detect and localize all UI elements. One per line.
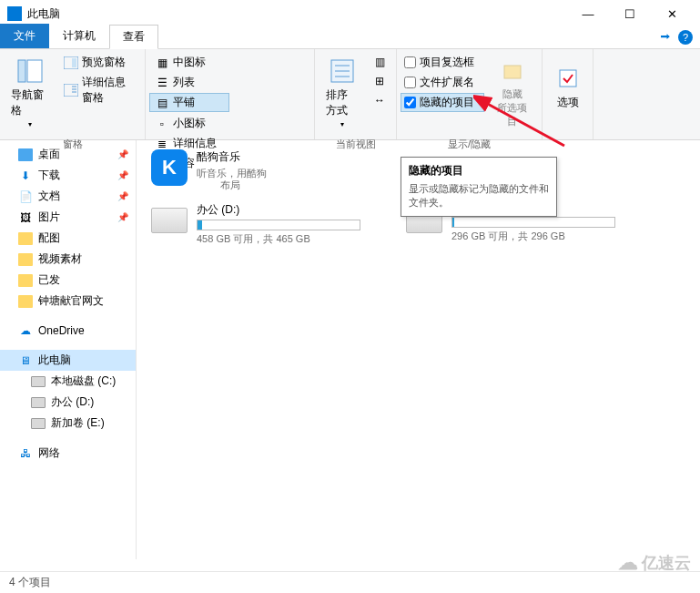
nav-pane-label: 导航窗格 [11,87,49,118]
window-title: 此电脑 [27,6,567,22]
hide-selected-button[interactable]: 隐藏 所选项目 [486,53,538,132]
tooltip-hidden-items: 隐藏的项目 显示或隐藏标记为隐藏的文件和文件夹。 [401,157,557,217]
svg-rect-13 [560,70,576,87]
file-ext-checkbox[interactable] [404,77,416,88]
item-checkboxes-checkbox[interactable] [404,56,416,68]
svg-rect-4 [64,84,78,97]
svg-rect-12 [504,66,521,78]
svg-rect-3 [72,58,76,67]
layout-tiles[interactable]: ▤平铺 [149,93,229,112]
sidebar-item-onedrive[interactable]: ☁OneDrive [0,321,136,341]
sidebar-item-drive-d[interactable]: 办公 (D:) [0,392,136,413]
cloud-icon: ☁ [618,551,638,575]
main-area: 桌面📌 ⬇下载📌 📄文档📌 🖼图片📌 配图 视频素材 已发 钟塘献官网文 ☁On… [0,140,700,559]
tab-computer[interactable]: 计算机 [49,24,109,48]
capacity-bar [197,220,360,230]
watermark: ☁ 亿速云 [618,551,691,575]
drive-icon [151,208,188,233]
this-pc-icon [7,6,22,21]
svg-rect-0 [18,60,25,82]
help-icon[interactable]: ? [678,30,693,45]
layout-medium-icons[interactable]: ▦中图标 [149,53,229,72]
tooltip-body: 显示或隐藏标记为隐藏的文件和文件夹。 [409,182,549,210]
file-ext-toggle[interactable]: 文件扩展名 [401,73,484,92]
sidebar-item-network[interactable]: 🖧网络 [0,443,136,464]
svg-rect-1 [27,60,42,82]
status-bar: 4 个项目 [0,571,700,593]
tile-kugou[interactable]: K 酷狗音乐 听音乐，用酷狗 [151,149,370,186]
status-item-count: 4 个项目 [9,575,51,590]
size-columns-button[interactable]: ↔ [367,91,392,109]
capacity-bar [451,217,615,228]
nav-pane-button[interactable]: 导航窗格 ▾ [4,53,56,132]
preview-pane-label: 预览窗格 [82,55,126,70]
hidden-items-toggle[interactable]: 隐藏的项目 [401,93,484,112]
ribbon-tabs: 文件 计算机 查看 ⮕ ? [0,27,700,49]
pin-icon: 📌 [117,149,128,159]
sidebar-item-this-pc[interactable]: 🖥此电脑 [0,350,136,371]
nav-sidebar: 桌面📌 ⬇下载📌 📄文档📌 🖼图片📌 配图 视频素材 已发 钟塘献官网文 ☁On… [0,140,137,559]
layout-small-icons[interactable]: ▫小图标 [149,114,229,133]
details-pane-label: 详细信息窗格 [82,75,136,106]
ribbon-collapse-icon[interactable]: ⮕ [660,31,671,44]
preview-pane-button[interactable]: 预览窗格 [58,53,141,72]
options-button[interactable]: 选项 [546,53,590,121]
sidebar-item-desktop[interactable]: 桌面📌 [0,144,136,165]
sidebar-item-downloads[interactable]: ⬇下载📌 [0,165,136,186]
add-columns-button[interactable]: ⊞ [367,72,392,90]
tab-file[interactable]: 文件 [0,24,49,48]
ribbon: 导航窗格 ▾ 预览窗格 详细信息窗格 窗格 ▦中图标 ☰列表 ▤平铺 [0,49,700,140]
tile-drive-d[interactable]: 办公 (D:) 458 GB 可用，共 465 GB [151,202,370,246]
sidebar-item-drive-c[interactable]: 本地磁盘 (C:) [0,371,136,392]
sidebar-item-drive-e[interactable]: 新加卷 (E:) [0,413,136,434]
sidebar-item-documents[interactable]: 📄文档📌 [0,186,136,207]
sidebar-item-videosrc[interactable]: 视频素材 [0,249,136,270]
tab-view[interactable]: 查看 [109,25,158,49]
close-button[interactable]: ✕ [651,0,693,27]
hidden-items-checkbox[interactable] [404,97,416,108]
sidebar-item-yifa[interactable]: 已发 [0,270,136,291]
sidebar-item-zhongtang[interactable]: 钟塘献官网文 [0,291,136,312]
tooltip-title: 隐藏的项目 [409,163,549,179]
minimize-button[interactable]: — [567,0,609,27]
item-checkboxes-toggle[interactable]: 项目复选框 [401,53,484,72]
details-pane-button[interactable]: 详细信息窗格 [58,73,141,107]
kugou-icon: K [151,149,188,186]
sidebar-item-pictures[interactable]: 🖼图片📌 [0,207,136,228]
maximize-button[interactable]: ☐ [609,0,651,27]
group-by-button[interactable]: ▥ [367,53,392,71]
layout-list[interactable]: ☰列表 [149,73,229,92]
sort-by-button[interactable]: 排序方式 ▾ [319,53,365,132]
sidebar-item-peitu[interactable]: 配图 [0,228,136,249]
